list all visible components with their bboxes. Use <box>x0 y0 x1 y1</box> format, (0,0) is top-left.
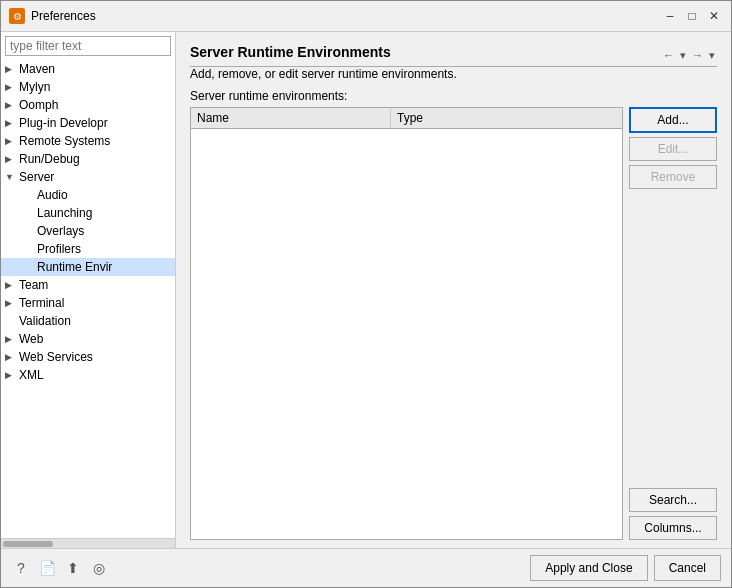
sidebar-item-audio[interactable]: Audio <box>1 186 175 204</box>
search-button[interactable]: Search... <box>629 488 717 512</box>
sidebar-item-overlays[interactable]: Overlays <box>1 222 175 240</box>
tree-label-run-debug: Run/Debug <box>19 152 80 166</box>
nav-back-button[interactable]: ← <box>661 48 676 62</box>
remove-button[interactable]: Remove <box>629 165 717 189</box>
tree-label-overlays: Overlays <box>37 224 84 238</box>
table-area: Name Type Add... Edit... Remove Search..… <box>190 107 717 540</box>
tree-label-server: Server <box>19 170 54 184</box>
tree-label-xml: XML <box>19 368 44 382</box>
window-controls: – □ ✕ <box>661 7 723 25</box>
column-type: Type <box>391 108 622 128</box>
table-body[interactable] <box>191 129 622 539</box>
sidebar-item-team[interactable]: ▶Team <box>1 276 175 294</box>
horizontal-scrollbar[interactable] <box>1 538 175 548</box>
tree-arrow-web: ▶ <box>5 334 19 344</box>
panel-header: Server Runtime Environments ← ▾ → ▾ <box>190 44 717 67</box>
apply-close-button[interactable]: Apply and Close <box>530 555 647 581</box>
tree-label-terminal: Terminal <box>19 296 64 310</box>
tree: ▶Maven▶Mylyn▶Oomph▶Plug-in Developr▶Remo… <box>1 60 175 538</box>
tree-label-profilers: Profilers <box>37 242 81 256</box>
nav-back-dropdown[interactable]: ▾ <box>678 48 688 63</box>
import-icon[interactable]: 📄 <box>37 558 57 578</box>
column-name: Name <box>191 108 391 128</box>
bottom-icons: ? 📄 ⬆ ◎ <box>11 558 109 578</box>
close-button[interactable]: ✕ <box>705 7 723 25</box>
panel-title: Server Runtime Environments <box>190 44 391 60</box>
tree-label-web-services: Web Services <box>19 350 93 364</box>
runtime-table: Name Type <box>190 107 623 540</box>
edit-button[interactable]: Edit... <box>629 137 717 161</box>
tree-arrow-plugin-dev: ▶ <box>5 118 19 128</box>
bottom-bar: ? 📄 ⬆ ◎ Apply and Close Cancel <box>1 548 731 587</box>
filter-input[interactable] <box>5 36 171 56</box>
sidebar-item-web[interactable]: ▶Web <box>1 330 175 348</box>
action-buttons: Add... Edit... Remove Search... Columns.… <box>629 107 717 540</box>
table-header: Name Type <box>191 108 622 129</box>
sidebar-item-oomph[interactable]: ▶Oomph <box>1 96 175 114</box>
sidebar-item-remote-systems[interactable]: ▶Remote Systems <box>1 132 175 150</box>
nav-forward-dropdown[interactable]: ▾ <box>707 48 717 63</box>
sidebar: ▶Maven▶Mylyn▶Oomph▶Plug-in Developr▶Remo… <box>1 32 176 548</box>
sidebar-item-terminal[interactable]: ▶Terminal <box>1 294 175 312</box>
cancel-button[interactable]: Cancel <box>654 555 721 581</box>
panel-subtitle: Server runtime environments: <box>190 89 717 103</box>
tree-label-remote-systems: Remote Systems <box>19 134 110 148</box>
main-panel: Server Runtime Environments ← ▾ → ▾ Add,… <box>176 32 731 548</box>
tree-label-audio: Audio <box>37 188 68 202</box>
preferences-window: ⚙ Preferences – □ ✕ ▶Maven▶Mylyn▶Oomph▶P… <box>0 0 732 588</box>
tree-arrow-run-debug: ▶ <box>5 154 19 164</box>
sidebar-item-run-debug[interactable]: ▶Run/Debug <box>1 150 175 168</box>
sidebar-item-launching[interactable]: Launching <box>1 204 175 222</box>
sidebar-item-profilers[interactable]: Profilers <box>1 240 175 258</box>
scrollbar-thumb <box>3 541 53 547</box>
export-icon[interactable]: ⬆ <box>63 558 83 578</box>
sidebar-item-runtime-envir[interactable]: Runtime Envir <box>1 258 175 276</box>
tree-label-mylyn: Mylyn <box>19 80 50 94</box>
tree-arrow-team: ▶ <box>5 280 19 290</box>
sidebar-item-maven[interactable]: ▶Maven <box>1 60 175 78</box>
tree-label-validation: Validation <box>19 314 71 328</box>
restore-icon[interactable]: ◎ <box>89 558 109 578</box>
tree-arrow-mylyn: ▶ <box>5 82 19 92</box>
tree-arrow-web-services: ▶ <box>5 352 19 362</box>
sidebar-item-mylyn[interactable]: ▶Mylyn <box>1 78 175 96</box>
sidebar-item-server[interactable]: ▼Server <box>1 168 175 186</box>
tree-label-oomph: Oomph <box>19 98 58 112</box>
add-button[interactable]: Add... <box>629 107 717 133</box>
sidebar-item-validation[interactable]: Validation <box>1 312 175 330</box>
nav-forward-button[interactable]: → <box>690 48 705 62</box>
tree-label-web: Web <box>19 332 43 346</box>
button-spacer <box>629 193 717 484</box>
tree-arrow-xml: ▶ <box>5 370 19 380</box>
tree-arrow-terminal: ▶ <box>5 298 19 308</box>
tree-arrow-maven: ▶ <box>5 64 19 74</box>
help-icon[interactable]: ? <box>11 558 31 578</box>
content-area: ▶Maven▶Mylyn▶Oomph▶Plug-in Developr▶Remo… <box>1 32 731 548</box>
columns-button[interactable]: Columns... <box>629 516 717 540</box>
title-bar: ⚙ Preferences – □ ✕ <box>1 1 731 32</box>
tree-arrow-oomph: ▶ <box>5 100 19 110</box>
app-icon: ⚙ <box>9 8 25 24</box>
tree-arrow-remote-systems: ▶ <box>5 136 19 146</box>
tree-label-team: Team <box>19 278 48 292</box>
tree-arrow-server: ▼ <box>5 172 19 182</box>
sidebar-item-xml[interactable]: ▶XML <box>1 366 175 384</box>
sidebar-item-web-services[interactable]: ▶Web Services <box>1 348 175 366</box>
nav-arrows: ← ▾ → ▾ <box>661 48 717 63</box>
sidebar-item-plugin-dev[interactable]: ▶Plug-in Developr <box>1 114 175 132</box>
tree-label-maven: Maven <box>19 62 55 76</box>
panel-description: Add, remove, or edit server runtime envi… <box>190 67 717 81</box>
tree-label-launching: Launching <box>37 206 92 220</box>
tree-label-plugin-dev: Plug-in Developr <box>19 116 108 130</box>
maximize-button[interactable]: □ <box>683 7 701 25</box>
tree-label-runtime-envir: Runtime Envir <box>37 260 112 274</box>
minimize-button[interactable]: – <box>661 7 679 25</box>
window-title: Preferences <box>31 9 655 23</box>
